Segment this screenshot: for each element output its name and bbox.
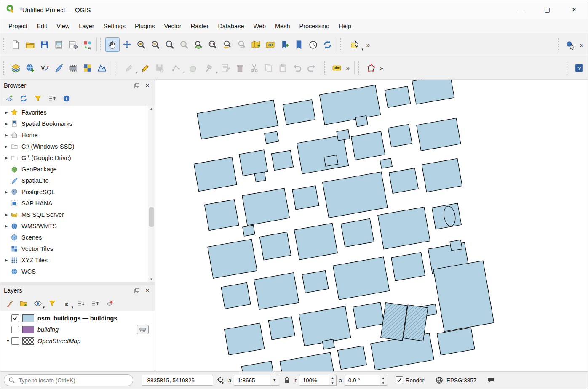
scrollbar-track[interactable] [148,112,155,276]
float-panel-icon[interactable] [133,82,140,89]
layer-row-building[interactable]: building [0,324,155,335]
browser-item-home[interactable]: ▶Home [0,129,148,141]
browser-item-g-drive[interactable]: ▶G:\ (Google Drive) [0,152,148,163]
browser-item-scenes[interactable]: Scenes [0,232,148,243]
toolbar-drag-handle[interactable] [358,61,362,75]
menu-raster[interactable]: Raster [186,21,214,32]
data-source-manager-button[interactable] [8,61,23,75]
new-project-button[interactable] [8,37,23,52]
layer-swatch[interactable] [22,314,34,322]
layer-styling-button[interactable] [3,298,16,309]
cut-features-button[interactable] [247,61,261,75]
memory-layer-indicator-icon[interactable] [137,325,149,334]
spin-down-icon[interactable]: ▼ [380,380,387,385]
toolbar-drag-handle[interactable] [340,38,344,51]
toolbar-overflow-button[interactable]: » [364,38,372,51]
browser-scrollbar[interactable]: ▲ ▼ [148,106,155,282]
browser-item-geopackage[interactable]: GeoPackage [0,163,148,175]
remove-layer-button[interactable] [103,298,116,309]
magnifier-spinner[interactable]: ▲▼ [329,375,337,386]
toolbar-overflow-button[interactable]: » [344,61,352,75]
render-toggle[interactable]: Render [396,376,424,384]
coordinate-box[interactable] [142,375,213,386]
zoom-to-selection-button[interactable] [177,37,191,52]
zoom-native-1-1-button[interactable]: 1:1 [206,37,220,52]
modify-attributes-button[interactable] [218,61,233,75]
toolbar-drag-handle[interactable] [3,61,7,75]
menu-database[interactable]: Database [213,21,249,32]
browser-item-ms-sql-server[interactable]: ▶MS SQL Server [0,209,148,220]
browser-item-vector-tiles[interactable]: Vector Tiles [0,243,148,254]
browser-item-sap-hana[interactable]: SAP HANA [0,197,148,209]
open-project-button[interactable] [23,37,37,52]
new-print-layout-button[interactable] [51,37,66,52]
zoom-next-button[interactable] [234,37,249,52]
crs-status-button[interactable]: EPSG:3857 [434,375,476,385]
scroll-down-icon[interactable]: ▼ [148,276,155,282]
toggle-editing-button[interactable] [138,61,152,75]
browser-item-xyz-tiles[interactable]: ▶XYZ Tiles [0,254,148,266]
expand-arrow-icon[interactable]: ▶ [3,224,10,228]
toolbar-drag-handle[interactable] [558,38,562,51]
menu-help[interactable]: Help [334,21,356,32]
pan-map-to-selection-button[interactable] [120,37,134,52]
menu-plugins[interactable]: Plugins [130,21,160,32]
layer-name[interactable]: osm_buildings — buildings [37,315,117,322]
layer-name[interactable]: OpenStreetMap [37,338,80,344]
toolbar-drag-handle[interactable] [3,38,7,51]
manage-map-themes-button[interactable]: ▾ [32,298,44,309]
add-group-button[interactable] [17,298,30,309]
add-polygon-feature-button[interactable] [185,61,200,75]
add-raster-layer-button[interactable] [80,61,94,75]
add-selected-layers-button[interactable] [3,93,16,104]
select-features-button[interactable]: ▾ [345,37,364,52]
rotation-spinner[interactable]: ▲▼ [380,375,387,386]
expand-arrow-icon[interactable]: ▶ [3,122,10,126]
filter-browser-button[interactable] [32,93,44,104]
refresh-button[interactable] [320,37,334,52]
filter-by-expression-button[interactable]: ε▾ [60,298,73,309]
layer-swatch[interactable] [22,326,34,333]
float-panel-icon[interactable] [133,287,140,294]
temporal-controller-button[interactable] [306,37,320,52]
render-checkbox[interactable] [396,376,403,384]
identify-features-button[interactable]: i [563,37,577,52]
toolbar-overflow-button[interactable]: » [377,61,386,75]
minimize-button[interactable]: — [507,0,534,19]
menu-project[interactable]: Project [4,21,32,32]
toolbar-drag-handle[interactable] [115,61,118,75]
layer-checkbox-unchecked[interactable] [11,326,19,333]
magnifier-input[interactable] [302,377,326,384]
magnifier-box[interactable] [299,375,329,386]
maximize-button[interactable]: ▢ [534,0,561,19]
browser-item-c-drive[interactable]: ▶C:\ (Windows-SSD) [0,141,148,152]
menu-mesh[interactable]: Mesh [270,21,294,32]
expand-arrow-icon[interactable]: ▶ [3,258,10,262]
browser-item-wms-wmts[interactable]: ▶WMS/WMTS [0,220,148,232]
close-panel-icon[interactable]: ✕ [144,82,151,89]
add-wms-layer-button[interactable] [23,61,37,75]
menu-web[interactable]: Web [249,21,270,32]
show-layout-manager-button[interactable] [66,37,80,52]
expand-arrow-icon[interactable]: ▶ [3,190,10,194]
lock-scale-icon[interactable] [282,375,292,385]
collapse-all-button[interactable] [89,298,102,309]
expand-all-button[interactable] [75,298,87,309]
spin-down-icon[interactable]: ▼ [329,380,336,385]
layer-row-openstreetmap[interactable]: ▼ OpenStreetMap [0,335,155,346]
current-edits-button[interactable]: ▾ [120,61,138,75]
close-panel-icon[interactable]: ✕ [144,287,151,294]
menu-processing[interactable]: Processing [295,21,334,32]
expand-arrow-icon[interactable]: ▶ [3,213,10,217]
locate-box[interactable] [4,374,133,386]
toolbar-drag-handle[interactable] [324,61,328,75]
paste-features-button[interactable] [275,61,290,75]
menu-settings[interactable]: Settings [99,21,130,32]
browser-item-spatialite[interactable]: SpatiaLite [0,175,148,186]
messages-button[interactable] [486,375,496,385]
expand-arrow-icon[interactable]: ▶ [3,133,10,137]
rotation-input[interactable] [347,377,377,384]
properties-widget-button[interactable]: i [60,93,73,104]
collapse-arrow-icon[interactable]: ▼ [5,339,11,343]
layer-checkbox-checked[interactable] [11,314,19,322]
